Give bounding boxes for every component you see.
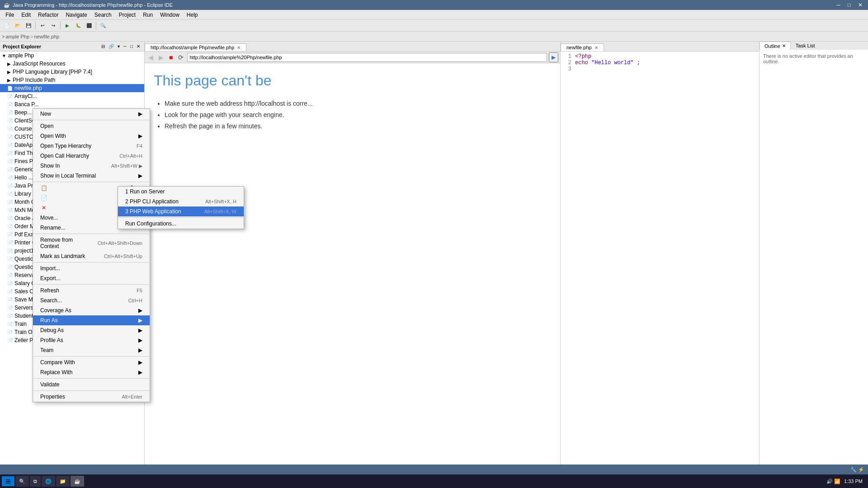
taskbar-eclipse[interactable]: ☕ <box>71 476 84 487</box>
breadcrumb-project[interactable]: ample Php <box>5 34 29 39</box>
list-item[interactable]: ▶ JavaScript Resources <box>0 60 144 68</box>
ctx-replace-with[interactable]: Replace With ▶ <box>33 367 150 377</box>
ctx-open-with[interactable]: Open With ▶ <box>33 131 150 141</box>
link-with-editor-button[interactable]: 🔗 <box>107 43 115 49</box>
tree-root-item[interactable]: ▼ ample Php <box>0 52 144 60</box>
menu-navigate[interactable]: Navigate <box>62 11 90 19</box>
outline-tab[interactable]: Outline ✕ <box>760 42 791 50</box>
stop-button[interactable]: ⬛ <box>84 21 94 31</box>
selected-file-item[interactable]: 📄 newfile.php <box>0 84 144 92</box>
task-list-tab[interactable]: Task List <box>791 42 820 50</box>
taskbar-edge[interactable]: 🌐 <box>42 476 55 487</box>
ctx-rename-label: Rename... <box>40 225 65 231</box>
menu-search[interactable]: Search <box>91 11 115 19</box>
debug-button[interactable]: 🐛 <box>73 21 83 31</box>
address-bar[interactable] <box>187 53 547 62</box>
ctx-ml-shortcut: Ctrl+Alt+Shift+Up <box>104 253 142 259</box>
list-item[interactable]: ▶ PHP Include Path <box>0 76 144 84</box>
file-icon: 📄 <box>7 289 13 294</box>
run-button[interactable]: ▶ <box>62 21 72 31</box>
forward-button[interactable]: ▶ <box>157 53 165 62</box>
browser-tab[interactable]: http://localhost/ample Php/newfile.php ✕ <box>145 43 246 51</box>
view-menu-button[interactable]: ▾ <box>116 43 121 49</box>
list-item[interactable]: 📄Banca P... <box>0 100 144 108</box>
editor-tab-close[interactable]: ✕ <box>594 45 598 50</box>
main-layout: Project Explorer ⊟ 🔗 ▾ ─ □ ✕ ▼ ample Php… <box>0 42 868 474</box>
outline-close[interactable]: ✕ <box>782 43 786 48</box>
maximize-panel-button[interactable]: □ <box>129 43 134 49</box>
taskbar-search[interactable]: 🔍 <box>15 476 29 487</box>
ctx-debug-as[interactable]: Debug As ▶ <box>33 325 150 335</box>
tree-item-label: PHP Include Path <box>13 77 56 83</box>
close-panel-button[interactable]: ✕ <box>135 43 142 49</box>
browser-tab-close[interactable]: ✕ <box>237 45 241 50</box>
ctx-compare-with[interactable]: Compare With ▶ <box>33 357 150 367</box>
ctx-open-call-hierarchy[interactable]: Open Call Hierarchy Ctrl+Alt+H <box>33 151 150 161</box>
menu-help[interactable]: Help <box>183 11 202 19</box>
file-icon: 📄 <box>7 127 13 131</box>
reload-button[interactable]: ⟳ <box>176 53 185 62</box>
minimize-button[interactable]: ─ <box>835 2 842 8</box>
close-button[interactable]: ✕ <box>856 2 864 8</box>
ctx-export[interactable]: Export... <box>33 273 150 283</box>
minimize-panel-button[interactable]: ─ <box>122 43 128 49</box>
ctx-refresh[interactable]: Refresh F5 <box>33 286 150 296</box>
redo-button[interactable]: ↪ <box>48 21 58 31</box>
ctx-new[interactable]: New ▶ <box>33 109 150 119</box>
ctx-run-as[interactable]: Run As ▶ <box>33 315 150 325</box>
ctx-coverage-as[interactable]: Coverage As ▶ <box>33 305 150 315</box>
panel-header-buttons: ⊟ 🔗 ▾ ─ □ ✕ <box>100 43 142 49</box>
undo-button[interactable]: ↩ <box>38 21 47 31</box>
stop-loading-button[interactable]: ■ <box>167 53 175 62</box>
new-button[interactable]: 📄 <box>2 21 12 31</box>
menu-run[interactable]: Run <box>139 11 156 19</box>
ctx-import[interactable]: Import... <box>33 263 150 273</box>
menu-window[interactable]: Window <box>156 11 183 19</box>
php-web-item[interactable]: 3 PHP Web Application Alt+Shift+X, W <box>118 206 244 216</box>
ctx-search[interactable]: Search... Ctrl+H <box>33 296 150 305</box>
run-configs-item[interactable]: Run Configurations... <box>118 219 244 229</box>
line-number-1: 1 <box>562 53 575 60</box>
line-number-2: 2 <box>562 60 575 66</box>
breadcrumb-file[interactable]: newfile.php <box>34 34 59 39</box>
back-button[interactable]: ◀ <box>146 53 155 62</box>
open-button[interactable]: 📂 <box>13 21 23 31</box>
menu-file[interactable]: File <box>2 11 18 19</box>
window-title: Java Programming - http://localhost/ampl… <box>13 2 173 8</box>
title-bar-controls[interactable]: ─ □ ✕ <box>835 2 864 8</box>
ctx-open[interactable]: Open <box>33 121 150 131</box>
tray-icons: 🔊 📶 <box>826 479 840 484</box>
editor-tab[interactable]: newfile.php ✕ <box>561 43 604 51</box>
search-toolbar-button[interactable]: 🔍 <box>98 21 108 31</box>
ctx-team[interactable]: Team ▶ <box>33 345 150 355</box>
run-on-server-item[interactable]: 1 Run on Server <box>118 187 244 197</box>
menu-edit[interactable]: Edit <box>18 11 34 19</box>
line-code-3 <box>575 66 757 72</box>
start-button[interactable]: ⊞ <box>2 476 14 486</box>
menu-refactor[interactable]: Refactor <box>34 11 62 19</box>
ctx-mark-landmark[interactable]: Mark as Landmark Ctrl+Alt+Shift+Up <box>33 251 150 261</box>
ctx-open-type-hierarchy[interactable]: Open Type Hierarchy F4 <box>33 141 150 151</box>
code-editor-content[interactable]: 1 <?php 2 echo "Hello world" ; 3 <box>561 52 759 474</box>
taskbar-explorer[interactable]: 📁 <box>56 476 70 487</box>
ctx-show-in[interactable]: Show In Alt+Shift+W ▶ <box>33 161 150 171</box>
list-item[interactable]: 📄ArrayCl... <box>0 92 144 100</box>
list-item[interactable]: ▶ PHP Language Library [PHP 7.4] <box>0 68 144 76</box>
php-cli-item[interactable]: 2 PHP CLI Application Alt+Shift+X, H <box>118 197 244 206</box>
separator-1 <box>35 22 36 30</box>
collapse-all-button[interactable]: ⊟ <box>100 43 106 49</box>
ctx-show-local-terminal[interactable]: Show in Local Terminal ▶ <box>33 171 150 181</box>
ctx-slt-label: Show in Local Terminal <box>40 173 96 179</box>
ctx-properties[interactable]: Properties Alt+Enter <box>33 392 150 402</box>
go-button[interactable]: ▶ <box>549 52 558 62</box>
ctx-remove-context[interactable]: Remove from Context Ctrl+Alt+Shift+Down <box>33 235 150 251</box>
ctx-profile-as[interactable]: Profile As ▶ <box>33 335 150 345</box>
taskbar-taskview[interactable]: ⧉ <box>30 476 41 487</box>
file-icon: 📄 <box>7 118 13 123</box>
ctx-ra-label: Run As <box>40 317 58 324</box>
menu-project[interactable]: Project <box>115 11 139 19</box>
file-icon: 📄 <box>7 159 13 164</box>
save-button[interactable]: 💾 <box>24 21 33 31</box>
ctx-validate[interactable]: Validate <box>33 380 150 389</box>
maximize-button[interactable]: □ <box>846 2 853 8</box>
